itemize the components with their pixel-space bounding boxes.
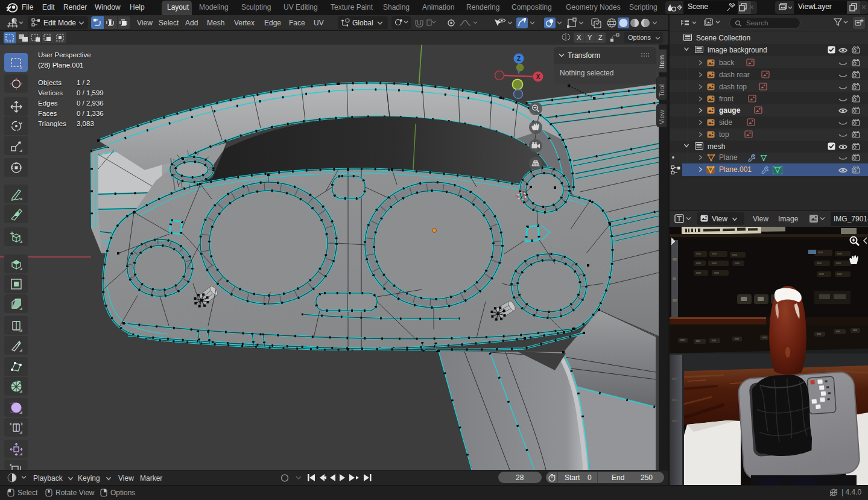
svg-text:Z: Z	[517, 55, 521, 62]
svg-text:X: X	[536, 74, 540, 80]
